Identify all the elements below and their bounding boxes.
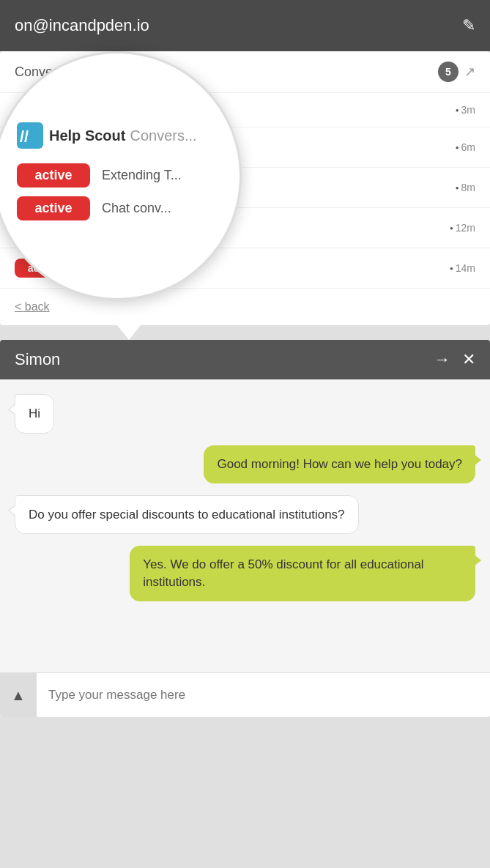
expand-icon: ▲ <box>11 687 26 704</box>
chat-message-outgoing: Yes. We do offer a 50% discount for all … <box>130 546 475 601</box>
circle-active-badge: active <box>17 196 90 220</box>
helpscout-text: Help Scout <box>49 127 125 144</box>
conv-item-time: ●14m <box>450 262 475 274</box>
circle-item-text: Chat conv... <box>102 201 171 216</box>
chat-header: Simon → ✕ <box>0 340 490 379</box>
edit-icon[interactable]: ✎ <box>462 16 475 35</box>
conv-item-time: ●8m <box>456 182 475 193</box>
chat-messages: Hi Good morning! How can we help you tod… <box>0 379 490 672</box>
back-link[interactable]: < back <box>0 289 490 325</box>
conv-item-time: ●12m <box>450 222 475 234</box>
chat-panel: Simon → ✕ Hi Good morning! How can we he… <box>0 340 490 717</box>
conv-item-time: ●3m <box>456 104 475 116</box>
chat-title: Simon <box>15 350 60 369</box>
circle-active-badge: active <box>17 163 90 188</box>
chat-message-incoming: Hi <box>15 394 54 434</box>
helpscout-logo: // Help Scout Convers... <box>17 122 218 149</box>
svg-text://: // <box>20 127 29 146</box>
circle-active-item: active Chat conv... <box>17 196 218 220</box>
chat-message-incoming: Do you offer special discounts to educat… <box>15 495 359 535</box>
top-bar: on@incandpden.io ✎ <box>0 0 490 51</box>
chat-message-outgoing: Good morning! How can we help you today? <box>204 445 475 483</box>
circle-active-item: active Extending T... <box>17 163 218 188</box>
message-text: Yes. We do offer a 50% discount for all … <box>143 557 423 589</box>
message-text: Good morning! How can we help you today? <box>217 457 462 471</box>
circle-item-text: Extending T... <box>102 168 182 183</box>
conv-count-badge: 5 <box>438 62 459 82</box>
conv-header-right: 5 ↗ <box>438 62 475 82</box>
message-text: Hi <box>29 407 40 420</box>
close-icon[interactable]: ✕ <box>462 350 475 369</box>
helpscout-subtext: Convers... <box>130 127 196 144</box>
triangle-pointer <box>117 325 141 340</box>
external-link-icon[interactable]: ↗ <box>464 64 475 80</box>
chat-input[interactable] <box>37 673 490 717</box>
chat-input-area: ▲ <box>0 672 490 717</box>
user-email: on@incandpden.io <box>15 16 149 35</box>
chat-header-icons: → ✕ <box>434 350 475 369</box>
exit-icon[interactable]: → <box>434 350 450 369</box>
message-text: Do you offer special discounts to educat… <box>29 508 345 522</box>
circle-zoom-overlay: // Help Scout Convers... active Extendin… <box>0 51 242 300</box>
conv-item-time: ●6m <box>456 141 475 153</box>
circle-zoom-content: // Help Scout Convers... active Extendin… <box>0 108 240 244</box>
expand-button[interactable]: ▲ <box>0 673 37 717</box>
